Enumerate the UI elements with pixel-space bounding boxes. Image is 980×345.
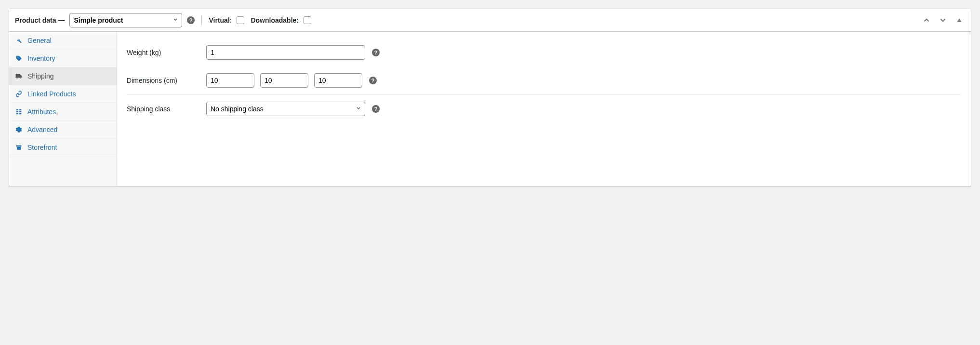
gear-icon bbox=[15, 126, 23, 133]
downloadable-text: Downloadable: bbox=[251, 16, 299, 24]
product-type-select-wrap: Simple product bbox=[69, 13, 182, 27]
sidebar-item-label: Linked Products bbox=[27, 90, 76, 98]
svg-marker-0 bbox=[957, 19, 961, 22]
panel-body: GeneralInventoryShippingLinked ProductsA… bbox=[9, 32, 971, 186]
help-icon[interactable]: ? bbox=[372, 49, 380, 56]
wrench-icon bbox=[15, 37, 23, 44]
sidebar-item-label: Attributes bbox=[27, 108, 56, 116]
svg-rect-1 bbox=[16, 109, 18, 110]
sidebar-tab-attributes[interactable]: Attributes bbox=[9, 103, 117, 121]
dimensions-group bbox=[206, 73, 362, 88]
shipping-class-row: Shipping class No shipping class ? bbox=[127, 95, 961, 123]
svg-rect-3 bbox=[16, 111, 18, 112]
svg-rect-4 bbox=[19, 111, 21, 112]
help-icon[interactable]: ? bbox=[187, 16, 195, 24]
product-type-select[interactable]: Simple product bbox=[69, 13, 182, 27]
svg-rect-2 bbox=[19, 109, 21, 110]
length-input[interactable] bbox=[206, 73, 254, 88]
dimensions-label: Dimensions (cm) bbox=[127, 77, 206, 84]
sidebar: GeneralInventoryShippingLinked ProductsA… bbox=[9, 32, 117, 186]
downloadable-label: Downloadable: bbox=[251, 15, 313, 26]
virtual-checkbox[interactable] bbox=[237, 16, 244, 24]
sidebar-item-label: Shipping bbox=[27, 72, 54, 80]
svg-rect-6 bbox=[19, 113, 21, 114]
shipping-class-label: Shipping class bbox=[127, 105, 206, 113]
panel-header: Product data — Simple product ? Virtual:… bbox=[9, 9, 971, 32]
link-icon bbox=[15, 90, 23, 98]
weight-input[interactable] bbox=[206, 45, 365, 60]
collapse-toggle[interactable] bbox=[954, 14, 965, 26]
svg-rect-5 bbox=[16, 113, 18, 114]
shipping-class-wrap: No shipping class bbox=[206, 102, 365, 116]
weight-row: Weight (kg) ? bbox=[127, 39, 961, 66]
tag-icon bbox=[15, 54, 23, 62]
sidebar-item-label: Inventory bbox=[27, 54, 55, 62]
sidebar-item-label: General bbox=[27, 37, 52, 44]
sidebar-tab-linked[interactable]: Linked Products bbox=[9, 85, 117, 103]
help-icon[interactable]: ? bbox=[372, 105, 380, 113]
sidebar-item-label: Advanced bbox=[27, 126, 57, 133]
virtual-label: Virtual: bbox=[209, 15, 246, 26]
panel-title: Product data — bbox=[15, 16, 65, 24]
sidebar-tab-general[interactable]: General bbox=[9, 32, 117, 50]
separator bbox=[201, 15, 202, 25]
weight-label: Weight (kg) bbox=[127, 49, 206, 56]
sidebar-tab-storefront[interactable]: Storefront bbox=[9, 139, 117, 157]
height-input[interactable] bbox=[314, 73, 362, 88]
dimensions-row: Dimensions (cm) ? bbox=[127, 66, 961, 95]
grid-icon bbox=[15, 108, 23, 116]
store-icon bbox=[15, 144, 23, 151]
sidebar-tab-advanced[interactable]: Advanced bbox=[9, 121, 117, 139]
downloadable-checkbox[interactable] bbox=[304, 16, 311, 24]
virtual-text: Virtual: bbox=[209, 16, 232, 24]
help-icon[interactable]: ? bbox=[369, 77, 377, 84]
product-data-panel: Product data — Simple product ? Virtual:… bbox=[9, 9, 971, 186]
sidebar-tab-shipping[interactable]: Shipping bbox=[9, 67, 117, 85]
width-input[interactable] bbox=[260, 73, 308, 88]
move-up-button[interactable] bbox=[921, 14, 932, 26]
sidebar-item-label: Storefront bbox=[27, 144, 57, 151]
move-down-button[interactable] bbox=[937, 14, 949, 26]
content-area: Weight (kg) ? Dimensions (cm) ? Shipping… bbox=[117, 32, 971, 186]
sidebar-tab-inventory[interactable]: Inventory bbox=[9, 50, 117, 67]
truck-icon bbox=[15, 72, 23, 80]
shipping-class-select[interactable]: No shipping class bbox=[206, 102, 365, 116]
